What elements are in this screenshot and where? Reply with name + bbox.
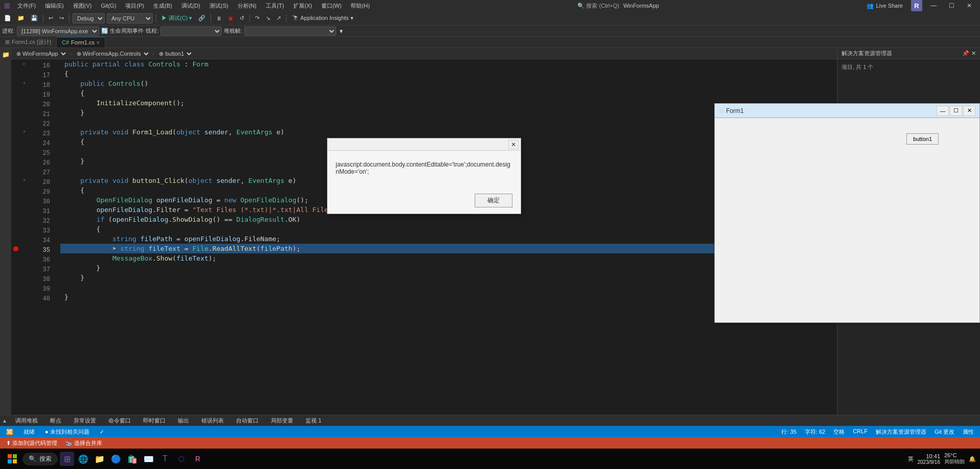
menu-project[interactable]: 项目(P): [121, 1, 148, 11]
restart-btn[interactable]: ↺: [238, 14, 246, 22]
taskbar-dotnet-icon[interactable]: ⬡: [174, 452, 189, 466]
debug-tab-breakpoints[interactable]: 断点: [46, 416, 65, 425]
stack-select[interactable]: [244, 27, 336, 36]
start-button[interactable]: [4, 451, 20, 467]
nav-class-select[interactable]: ⊕ WinFormsApp: [13, 50, 67, 58]
thread-select[interactable]: [160, 27, 222, 36]
taskbar-chrome-icon[interactable]: 🔵: [109, 452, 123, 466]
status-errors[interactable]: ● 未找到相关问题: [43, 428, 91, 436]
debug-mode-select[interactable]: Debug: [73, 13, 105, 24]
thread-label: 线程:: [146, 27, 158, 35]
menu-test[interactable]: 测试(S): [205, 1, 232, 11]
debug-tab-command[interactable]: 命令窗口: [104, 416, 135, 425]
form1-button1[interactable]: button1: [906, 133, 939, 145]
taskbar-vs-icon[interactable]: ⊞: [60, 452, 74, 466]
weather-widget[interactable]: 26°C 局部晴朗: [944, 452, 965, 465]
status-props[interactable]: 属性: [961, 428, 976, 436]
debug-tab-locals[interactable]: 局部变量: [267, 416, 297, 425]
act-explorer[interactable]: 📁: [1, 50, 10, 59]
stop-btn[interactable]: ⏹: [226, 14, 236, 22]
pause-btn[interactable]: ⏸: [214, 14, 224, 22]
clock[interactable]: 10:41 2023/9/16: [918, 453, 941, 465]
tab-close-btn[interactable]: ×: [97, 40, 100, 45]
menu-view[interactable]: 视图(V): [69, 1, 96, 11]
debug-tab-exceptions[interactable]: 异常设置: [69, 416, 100, 425]
taskbar-mail-icon[interactable]: ✉️: [142, 452, 156, 466]
form1-close-btn[interactable]: ✕: [963, 106, 975, 116]
debug-tab-watch[interactable]: 监视 1: [301, 416, 325, 425]
status-solution-explorer[interactable]: 解决方案资源管理器: [874, 428, 928, 436]
dialog-close-btn[interactable]: ✕: [508, 140, 519, 149]
minimize-button[interactable]: —: [926, 1, 941, 10]
taskbar-teams-icon[interactable]: T: [158, 452, 172, 466]
taskbar-search[interactable]: 🔍 搜索: [22, 453, 58, 465]
debug-tab-output[interactable]: 输出: [174, 416, 193, 425]
close-button[interactable]: ✕: [963, 1, 976, 10]
nav-member-select[interactable]: ⊕ WinFormsApp.Controls: [74, 50, 150, 58]
open-btn[interactable]: 📁: [15, 14, 27, 22]
dialog-ok-button[interactable]: 确定: [475, 194, 512, 207]
run-button[interactable]: ▶ 调试(C) ▾: [159, 13, 194, 23]
solution-item-count: 项目, 共 1 个: [839, 61, 978, 73]
attach-btn[interactable]: 🔗: [196, 14, 207, 22]
menu-analyze[interactable]: 分析(N): [234, 1, 261, 11]
status-check-btn[interactable]: ✓: [98, 429, 106, 435]
taskbar-edge-icon[interactable]: 🌐: [76, 452, 90, 466]
process-select[interactable]: [11288] WinFormsApp.exe: [17, 27, 99, 36]
search-box[interactable]: 🔍 搜索 (Ctrl+Q): [577, 2, 619, 10]
form1-controls: — ☐ ✕: [937, 106, 975, 116]
app-insights-btn[interactable]: 🔭 Application Insights ▾: [290, 14, 355, 22]
menu-file[interactable]: 文件(F): [13, 1, 40, 11]
redo-btn[interactable]: ↪: [57, 14, 66, 22]
maximize-button[interactable]: ☐: [945, 1, 959, 10]
action-add-code[interactable]: ⬆ 添加到源代码管理: [4, 439, 59, 447]
menu-extensions[interactable]: 扩展(X): [289, 1, 316, 11]
new-file-btn[interactable]: 📄: [2, 14, 13, 22]
code-line-16: public partial class Controls : Form: [60, 59, 833, 69]
taskbar-rider-icon[interactable]: R: [191, 452, 205, 466]
editor-area: ⊕ WinFormsApp › ⊕ WinFormsApp.Controls ›…: [11, 48, 837, 415]
teams-icon: T: [162, 454, 168, 463]
tab-form1-cs[interactable]: C# Form1.cs ×: [57, 37, 105, 48]
debug-tab-autowindow[interactable]: 自动窗口: [232, 416, 263, 425]
taskbar-explorer-icon[interactable]: 📁: [92, 452, 107, 466]
rider-icon: R: [195, 455, 200, 463]
menu-window[interactable]: 窗口(W): [317, 1, 346, 11]
debug-tab-immediate[interactable]: 即时窗口: [139, 416, 170, 425]
breakpoint-indicator[interactable]: [11, 244, 20, 253]
form1-maximize-btn[interactable]: ☐: [950, 106, 962, 116]
edge-icon: 🌐: [78, 454, 88, 464]
account-button[interactable]: R: [911, 0, 922, 11]
step-into-btn[interactable]: ↘: [264, 14, 272, 22]
menu-tools[interactable]: 工具(T): [262, 1, 288, 11]
taskbar-store-icon[interactable]: 🛍️: [125, 452, 139, 466]
nav-method-select[interactable]: ⊕ button1: [156, 50, 193, 58]
menu-build[interactable]: 生成(B): [149, 1, 176, 11]
status-git[interactable]: Git 更改: [932, 428, 956, 436]
live-share-button[interactable]: 👥 Live Share: [862, 2, 907, 10]
debug-tab-callstack[interactable]: 调用堆栈: [11, 416, 42, 425]
lang-indicator[interactable]: 英: [908, 455, 914, 463]
menu-help[interactable]: 帮助(H): [346, 1, 374, 11]
store-icon: 🛍️: [127, 454, 137, 464]
main-toolbar: 📄 📁 💾 ↩ ↪ Debug Any CPU ▶ 调试(C) ▾ 🔗 ⏸ ⏹ …: [0, 11, 980, 26]
save-btn[interactable]: 💾: [29, 14, 40, 22]
step-out-btn[interactable]: ↗: [274, 14, 283, 22]
sol-pin-btn[interactable]: 📌: [962, 50, 969, 57]
cpu-select[interactable]: Any CPU: [107, 13, 153, 24]
tab-form1-design[interactable]: ⊞ Form1.cs [设计]: [0, 37, 57, 48]
menu-edit[interactable]: 编辑(E): [41, 1, 68, 11]
undo-btn[interactable]: ↩: [46, 14, 55, 22]
menu-git[interactable]: Git(G): [97, 2, 120, 10]
notification-btn[interactable]: 🔔: [969, 456, 976, 462]
debug-expand-btn[interactable]: ▲: [2, 418, 7, 424]
debug-nav-btn[interactable]: ▼: [338, 28, 344, 34]
action-select-repo[interactable]: 📚 选择合并库: [63, 439, 104, 447]
form1-content: button1: [715, 118, 979, 322]
debug-tab-errorlist[interactable]: 错误列表: [197, 416, 228, 425]
menu-debug[interactable]: 调试(D): [177, 1, 204, 11]
step-over-btn[interactable]: ↷: [253, 14, 262, 22]
sol-close-btn[interactable]: ✕: [971, 50, 976, 57]
status-branch[interactable]: 🔀: [4, 429, 15, 435]
form1-minimize-btn[interactable]: —: [937, 106, 949, 116]
